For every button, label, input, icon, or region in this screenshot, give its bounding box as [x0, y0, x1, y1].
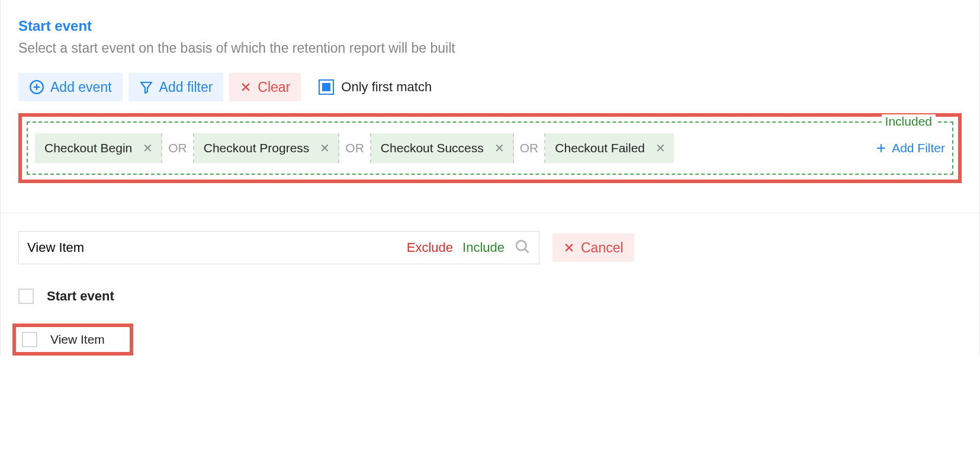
add-filter-link[interactable]: Add Filter — [875, 141, 945, 155]
section-subtitle: Select a start event on the basis of whi… — [18, 40, 962, 56]
highlight-box-included: Included Checkout Begin ✕ OR Checkout Pr… — [18, 113, 962, 183]
highlight-box-result: View Item — [12, 324, 133, 356]
chip-remove-icon[interactable]: ✕ — [320, 141, 330, 155]
add-filter-label: Add filter — [159, 79, 213, 95]
close-icon — [563, 242, 575, 254]
add-event-button[interactable]: Add event — [18, 73, 123, 101]
chip-remove-icon[interactable]: ✕ — [656, 141, 666, 155]
filter-icon — [139, 80, 153, 94]
or-separator: OR — [339, 133, 371, 163]
group-header-row[interactable]: Start event — [18, 281, 962, 312]
include-link[interactable]: Include — [462, 240, 505, 255]
search-row: Exclude Include Cancel — [18, 231, 962, 264]
checkbox-checked-icon — [319, 79, 334, 95]
cancel-button[interactable]: Cancel — [552, 233, 634, 262]
chip-label: Checkout Success — [381, 141, 484, 155]
checkbox-unchecked-icon[interactable] — [22, 332, 37, 347]
chip-remove-icon[interactable]: ✕ — [494, 141, 505, 155]
exclude-link[interactable]: Exclude — [407, 240, 453, 255]
plus-circle-icon — [29, 79, 44, 95]
or-separator: OR — [514, 133, 546, 163]
chip-label: Checkout Progress — [204, 141, 310, 155]
chips-row: Checkout Begin ✕ OR Checkout Progress ✕ … — [35, 133, 945, 163]
section-title: Start event — [18, 18, 962, 34]
plus-icon — [875, 142, 887, 154]
chip-label: Checkout Failed — [555, 141, 645, 155]
chip-checkout-failed[interactable]: Checkout Failed ✕ — [545, 133, 674, 163]
close-icon — [240, 81, 252, 93]
svg-marker-3 — [141, 82, 152, 93]
included-legend: Included — [882, 114, 936, 129]
chip-checkout-progress[interactable]: Checkout Progress ✕ — [194, 133, 340, 163]
svg-point-8 — [516, 241, 526, 250]
search-input[interactable] — [27, 232, 407, 264]
only-first-match-label: Only first match — [341, 79, 432, 95]
group-header-label: Start event — [47, 289, 114, 304]
chip-remove-icon[interactable]: ✕ — [143, 141, 153, 155]
add-filter-button[interactable]: Add filter — [128, 73, 224, 101]
chip-label: Checkout Begin — [44, 141, 132, 155]
checkbox-unchecked-icon[interactable] — [18, 289, 34, 304]
or-separator: OR — [162, 133, 194, 163]
only-first-match-checkbox[interactable]: Only first match — [319, 79, 432, 95]
toolbar: Add event Add filter Clear — [18, 73, 962, 101]
add-filter-link-label: Add Filter — [892, 141, 945, 155]
search-icon[interactable] — [514, 238, 531, 258]
add-event-label: Add event — [50, 79, 112, 95]
chip-checkout-begin[interactable]: Checkout Begin ✕ — [35, 133, 162, 163]
clear-button[interactable]: Clear — [229, 73, 301, 101]
svg-line-9 — [525, 249, 528, 252]
clear-label: Clear — [258, 79, 290, 95]
included-container: Included Checkout Begin ✕ OR Checkout Pr… — [27, 121, 953, 175]
search-box: Exclude Include — [18, 231, 539, 264]
cancel-label: Cancel — [581, 240, 624, 256]
chip-checkout-success[interactable]: Checkout Success ✕ — [371, 133, 514, 163]
result-item-label[interactable]: View Item — [50, 332, 105, 347]
